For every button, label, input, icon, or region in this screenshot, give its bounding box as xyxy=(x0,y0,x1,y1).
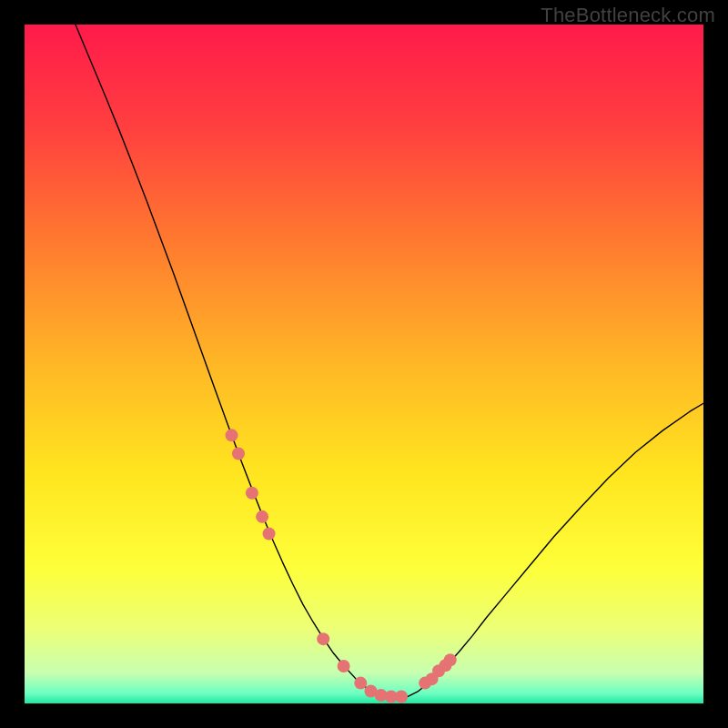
watermark-text: TheBottleneck.com xyxy=(541,4,715,27)
chart-frame: TheBottleneck.com xyxy=(0,0,728,728)
bottleneck-chart xyxy=(25,25,703,703)
